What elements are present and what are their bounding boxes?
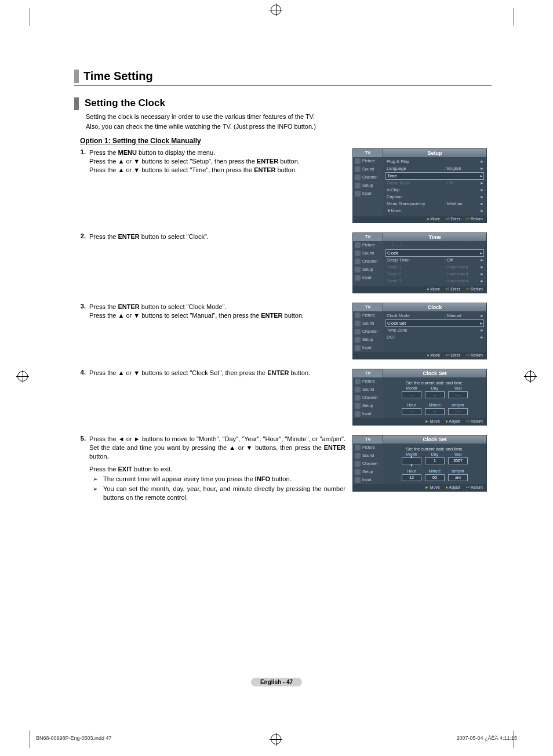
osd-menu-row: DST►	[385, 334, 484, 341]
registration-mark-top	[271, 5, 281, 15]
step-line: Press the MENU button to display the men…	[89, 149, 215, 156]
step-text: Press the ENTER button to select "Clock …	[89, 303, 352, 321]
osd-side-item: Input	[353, 344, 383, 352]
page-content: Time Setting Setting the Clock Setting t…	[74, 70, 492, 506]
osd-side-item: Channel	[353, 328, 383, 336]
step-line: Press the ENTER button to select "Clock …	[89, 303, 226, 310]
step-line: Press the ENTER button to select "Clock"…	[89, 233, 209, 240]
step-line: Press the EXIT button to exit.	[89, 466, 172, 472]
osd-side-item: Input	[353, 190, 383, 198]
osd-side-item: Picture	[353, 311, 383, 319]
osd-main-list: Plug & Play►Language: English►Time►Game …	[383, 157, 486, 216]
osd-menu-row: Menu Transparency: Medium►	[385, 201, 484, 208]
registration-mark-right	[525, 371, 536, 381]
step-number: 4.	[74, 369, 89, 376]
osd-clock-menu: TVClock PictureSoundChannelSetupInput Cl…	[352, 303, 487, 359]
osd-time-menu: TVTime PictureSoundChannelSetupInput - -…	[352, 232, 487, 293]
osd-clockset-blank: TVClock Set PictureSoundChannelSetupInpu…	[352, 369, 487, 426]
subsection-title: Setting the Clock	[74, 97, 492, 110]
osd-side-item: Sound	[353, 249, 383, 257]
step-row: 4. Press the ▲ or ▼ buttons to select "C…	[74, 369, 492, 431]
step-row: 3. Press the ENTER button to select "Clo…	[74, 303, 492, 365]
osd-menu-row: Clock►	[385, 249, 484, 257]
osd-menu-row: ▼More►	[385, 208, 484, 215]
osd-side-item: Setup	[353, 468, 383, 476]
osd-menu-row: Game Mode: Off►	[385, 180, 484, 187]
step-line: Press the ▲ or ▼ buttons to select "Time…	[89, 166, 297, 173]
crop-guide	[513, 8, 514, 26]
step-text: Press the MENU button to display the men…	[89, 148, 352, 175]
step-line: Press the ◄ or ► buttons to move to "Mon…	[89, 435, 345, 460]
osd-clockset-filled: TVClock Set PictureSoundChannelSetupInpu…	[352, 435, 487, 492]
osd-side-item: Sound	[353, 386, 383, 394]
osd-side-item: Input	[353, 274, 383, 282]
osd-menu-row: V-Chip►	[385, 187, 484, 194]
osd-menu-row: Language: English►	[385, 165, 484, 172]
step-line: Press the ▲ or ▼ buttons to select "Manu…	[89, 312, 304, 319]
section-title: Time Setting	[74, 70, 492, 83]
print-footer-left: BN68-00998P-Eng-0503.indd 47	[36, 735, 112, 741]
osd-menu-row: Timer 1: Inactivated►	[385, 264, 484, 271]
step-text: Press the ENTER button to select "Clock"…	[89, 232, 352, 241]
step-number: 3.	[74, 303, 89, 310]
osd-side-item: Setup	[353, 181, 383, 190]
step-text: Press the ◄ or ► buttons to move to "Mon…	[89, 435, 352, 502]
osd-footer: ♦Move ⏎Enter ↩Return	[353, 286, 486, 293]
step-row: 1. Press the MENU button to display the …	[74, 148, 492, 229]
osd-main-list: - - / - - / - - - - - - : - - - - Clock►…	[383, 241, 486, 286]
osd-foot-return: ↩Return	[466, 217, 483, 221]
crop-guide	[29, 730, 30, 748]
osd-menu-row: Timer 2: Inactivated►	[385, 271, 484, 278]
subsection-heading-bar: Setting the Clock	[74, 97, 492, 110]
osd-menu-row: Clock Mode: Manual►	[385, 312, 484, 319]
osd-foot-move: ♦Move	[427, 217, 441, 221]
crop-guide	[29, 8, 30, 26]
osd-tv-label: TV	[353, 233, 383, 241]
osd-menu-row: Time►	[385, 172, 484, 180]
osd-menu-row: Caption►	[385, 194, 484, 201]
step-note: ➢The current time will appear every time…	[93, 475, 345, 484]
osd-menu-row: Sleep Timer: Off►	[385, 257, 484, 264]
intro-line-2: Also, you can check the time while watch…	[86, 122, 492, 131]
registration-mark-bottom	[271, 734, 281, 744]
osd-side-item: Picture	[353, 377, 383, 386]
option-1-title: Option 1: Setting the Clock Manually	[80, 137, 492, 145]
osd-side-item: Picture	[353, 241, 383, 249]
osd-side-item: Sound	[353, 452, 383, 460]
osd-tv-label: TV	[353, 149, 383, 157]
osd-side-item: Input	[353, 410, 383, 418]
registration-mark-left	[17, 371, 28, 381]
intro-line-1: Setting the clock is necessary in order …	[86, 112, 492, 121]
step-number: 1.	[74, 148, 89, 155]
osd-title: Setup	[383, 149, 486, 157]
osd-side-item: Channel	[353, 173, 383, 181]
osd-side-item: Sound	[353, 319, 383, 328]
osd-side-item: Setup	[353, 336, 383, 344]
osd-side-item: Setup	[353, 402, 383, 410]
page-number-pill: English - 47	[251, 678, 302, 686]
osd-side-item: Input	[353, 476, 383, 484]
step-row: 5. Press the ◄ or ► buttons to move to "…	[74, 435, 492, 502]
osd-side-item: Channel	[353, 257, 383, 266]
steps-list: 1. Press the MENU button to display the …	[74, 148, 492, 502]
osd-title: Time	[383, 233, 486, 241]
step-row: 2. Press the ENTER button to select "Clo…	[74, 232, 492, 299]
step-line: Press the ▲ or ▼ buttons to select "Setu…	[89, 158, 300, 165]
osd-menu-row: Plug & Play►	[385, 158, 484, 165]
osd-setup-menu: TVSetup PictureSoundChannelSetupInput Pl…	[352, 148, 487, 223]
osd-time-header: - - / - - / - - - - - - : - - - -	[385, 242, 484, 249]
step-number: 2.	[74, 232, 89, 239]
osd-side-item: Channel	[353, 460, 383, 468]
osd-sidebar: PictureSoundChannelSetupInput	[353, 241, 383, 286]
osd-foot-enter: ⏎Enter	[446, 217, 460, 221]
osd-menu-row: Timer 3: Inactivated►	[385, 278, 484, 285]
osd-menu-row: Clock Set►	[385, 319, 484, 327]
step-text: Press the ▲ or ▼ buttons to select "Cloc…	[89, 369, 352, 377]
print-footer-right: 2007-05-04 ¿ÀÈÄ 4:11:15	[456, 735, 517, 741]
osd-side-item: Setup	[353, 266, 383, 274]
osd-side-item: Picture	[353, 444, 383, 452]
osd-footer: ♦Move ⏎Enter ↩Return	[353, 216, 486, 223]
osd-sidebar: PictureSoundChannelSetupInput	[353, 157, 383, 216]
step-note: ➢You can set the month, day, year, hour,…	[93, 485, 345, 502]
osd-side-item: Channel	[353, 394, 383, 402]
